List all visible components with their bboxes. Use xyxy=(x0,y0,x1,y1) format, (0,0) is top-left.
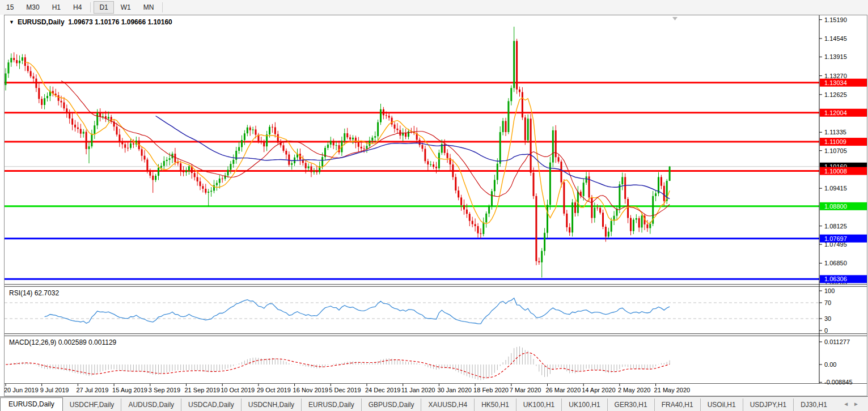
price-axis: 1.151901.145451.139151.132701.126251.113… xyxy=(819,16,847,286)
timeframe-button-m15[interactable]: 15 xyxy=(1,1,19,14)
chart-tab-eurusd-active[interactable]: EURUSD,Daily xyxy=(0,397,63,411)
timeframe-button-d1[interactable]: D1 xyxy=(94,1,113,14)
tab-scroll-right-icon[interactable]: ► xyxy=(853,401,863,407)
toolbar-separator xyxy=(90,2,91,12)
tab-scroll-left-icon[interactable]: ◄ xyxy=(843,401,853,407)
svg-text:0.00: 0.00 xyxy=(824,361,836,368)
svg-text:11 Jan 2020: 11 Jan 2020 xyxy=(401,387,435,393)
pane-separators[interactable] xyxy=(5,15,867,384)
chart-tab-audusd[interactable]: AUDUSD,Daily xyxy=(121,399,181,411)
candlestick-series xyxy=(5,27,671,277)
chart-tab-hk50[interactable]: HK50,H1 xyxy=(474,399,516,411)
svg-text:1.10705: 1.10705 xyxy=(824,147,847,154)
svg-text:9 Jul 2019: 9 Jul 2019 xyxy=(40,387,69,393)
chart-tab-eurusd2[interactable]: EURUSD,Daily xyxy=(301,399,361,411)
rsi-pane: 10070300 xyxy=(5,287,835,334)
chart-tab-bar: EURUSD,Daily USDCHF,Daily AUDUSD,Daily U… xyxy=(0,396,868,411)
horizontal-level-lines[interactable] xyxy=(5,83,819,279)
timeframe-button-h1[interactable]: H1 xyxy=(46,1,66,14)
timeframe-button-w1[interactable]: W1 xyxy=(115,1,137,14)
svg-text:18 Feb 2020: 18 Feb 2020 xyxy=(473,387,509,393)
svg-text:1.08125: 1.08125 xyxy=(824,223,847,230)
svg-text:1.11009: 1.11009 xyxy=(824,138,846,145)
svg-text:24 Dec 2019: 24 Dec 2019 xyxy=(365,387,400,393)
svg-text:1.09415: 1.09415 xyxy=(824,185,847,192)
svg-text:1.13270: 1.13270 xyxy=(824,73,847,79)
svg-text:1.06306: 1.06306 xyxy=(824,276,847,282)
macd-signal-line xyxy=(6,353,670,378)
timeframe-button-m30[interactable]: M30 xyxy=(20,1,45,14)
chart-tab-ger30[interactable]: GER30,H1 xyxy=(607,399,654,411)
tab-scroll-nav: ◄► xyxy=(843,401,863,407)
svg-text:10 Oct 2019: 10 Oct 2019 xyxy=(221,387,255,393)
svg-text:14 Apr 2020: 14 Apr 2020 xyxy=(582,387,615,393)
toolbar-separator xyxy=(162,2,163,12)
svg-text:0: 0 xyxy=(824,327,828,334)
svg-text:1.15190: 1.15190 xyxy=(824,16,847,23)
svg-text:100: 100 xyxy=(824,287,835,294)
chart-shift-marker-icon[interactable] xyxy=(672,17,678,20)
svg-text:0.011277: 0.011277 xyxy=(824,338,850,345)
macd-pane: 0.0112770.00-0.008845 xyxy=(6,338,853,385)
svg-text:-0.008845: -0.008845 xyxy=(824,379,853,385)
svg-text:26 Mar 2020: 26 Mar 2020 xyxy=(546,387,581,393)
timeframe-button-h4[interactable]: H4 xyxy=(67,1,87,14)
chart-canvas[interactable]: 1.151901.145451.139151.132701.126251.113… xyxy=(5,15,867,396)
svg-text:1.10008: 1.10008 xyxy=(824,168,847,175)
svg-text:21 May 2020: 21 May 2020 xyxy=(654,387,691,393)
chart-tab-usoil[interactable]: USOil,H1 xyxy=(700,399,743,411)
svg-text:1.08800: 1.08800 xyxy=(824,203,847,210)
svg-text:20 Jun 2019: 20 Jun 2019 xyxy=(5,387,39,393)
chart-tab-usdcad[interactable]: USDCAD,Daily xyxy=(181,399,241,411)
price-badges: 1.101601.130341.120041.110091.100081.088… xyxy=(820,79,867,283)
date-axis: 20 Jun 20199 Jul 201927 Jul 201915 Aug 2… xyxy=(5,384,690,393)
chart-tab-uk100b[interactable]: UK100,H1 xyxy=(561,399,607,411)
chart-tab-dj30[interactable]: DJ30,H1 xyxy=(793,399,834,411)
svg-text:1.12625: 1.12625 xyxy=(824,91,847,98)
chart-tab-usdjpy[interactable]: USDJPY,H1 xyxy=(743,399,793,411)
timeframe-toolbar: 15 M30 H1 H4 D1 W1 MN xyxy=(0,0,868,15)
svg-text:1.06850: 1.06850 xyxy=(824,260,847,266)
svg-text:1.13034: 1.13034 xyxy=(824,79,847,86)
svg-text:29 Oct 2019: 29 Oct 2019 xyxy=(257,387,291,393)
chart-window[interactable]: 1.151901.145451.139151.132701.126251.113… xyxy=(4,15,867,396)
svg-text:15 Aug 2019: 15 Aug 2019 xyxy=(112,387,147,393)
chart-tab-usdchf[interactable]: USDCHF,Daily xyxy=(63,399,121,411)
svg-text:16 Nov 2019: 16 Nov 2019 xyxy=(293,387,328,393)
chart-tab-gbpusd[interactable]: GBPUSD,Daily xyxy=(361,399,421,411)
svg-text:1.13915: 1.13915 xyxy=(824,53,847,60)
rsi-line xyxy=(45,298,670,324)
svg-text:30 Jan 2020: 30 Jan 2020 xyxy=(437,387,472,393)
moving-average-55 xyxy=(156,116,670,199)
svg-text:1.12004: 1.12004 xyxy=(824,109,847,116)
timeframe-button-mn[interactable]: MN xyxy=(138,1,160,14)
svg-text:3 Sep 2019: 3 Sep 2019 xyxy=(149,387,180,393)
chart-tab-xauusd[interactable]: XAUUSD,H4 xyxy=(421,399,474,411)
svg-text:1.11335: 1.11335 xyxy=(824,129,846,135)
svg-text:2 May 2020: 2 May 2020 xyxy=(618,387,650,393)
svg-text:1.07697: 1.07697 xyxy=(824,235,847,242)
chart-tab-usdcnh[interactable]: USDCNH,Daily xyxy=(241,399,301,411)
svg-text:30: 30 xyxy=(824,315,831,322)
svg-text:27 Jul 2019: 27 Jul 2019 xyxy=(76,387,108,393)
chart-tab-fra40[interactable]: FRA40,H1 xyxy=(654,399,700,411)
svg-text:70: 70 xyxy=(824,299,831,306)
svg-text:5 Dec 2019: 5 Dec 2019 xyxy=(329,387,361,393)
chart-tab-uk100[interactable]: UK100,H1 xyxy=(516,399,561,411)
svg-text:7 Mar 2020: 7 Mar 2020 xyxy=(510,387,541,393)
svg-text:1.14545: 1.14545 xyxy=(824,35,847,42)
svg-text:21 Sep 2019: 21 Sep 2019 xyxy=(185,387,220,393)
mt4-application: { "toolbar": { "timeframes": ["15","M30"… xyxy=(0,0,868,411)
